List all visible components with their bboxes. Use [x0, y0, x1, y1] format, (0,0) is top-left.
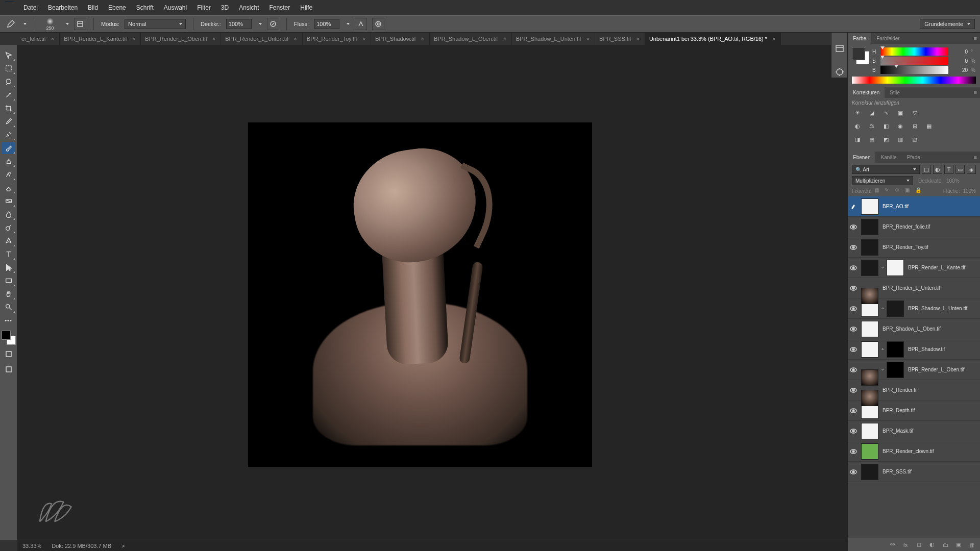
layer-opacity-value[interactable]: 100% — [946, 178, 960, 184]
mask-link-icon[interactable]: ⚬ — [879, 306, 886, 311]
layer-visibility-icon[interactable] — [848, 325, 859, 333]
lock-position-icon[interactable]: ✥ — [895, 187, 902, 194]
layer-thumbnail[interactable] — [861, 369, 878, 386]
menu-bild[interactable]: Bild — [84, 3, 102, 12]
layer-visibility-icon[interactable] — [848, 223, 859, 231]
menu-hilfe[interactable]: Hilfe — [296, 3, 316, 12]
pen-tool[interactable] — [2, 235, 15, 247]
levels-adjustment-icon[interactable]: ◢ — [866, 108, 877, 118]
color-ramp[interactable] — [852, 77, 976, 84]
hand-tool[interactable] — [2, 288, 15, 300]
properties-panel-icon[interactable] — [834, 66, 845, 78]
layer-visibility-icon[interactable] — [848, 346, 859, 353]
bri-value[interactable]: 20 — [951, 67, 968, 73]
layer-name[interactable]: BPR_Shadow_L_Unten.tif — [908, 306, 967, 311]
layer-visibility-icon[interactable] — [848, 428, 859, 435]
rectangle-tool[interactable] — [2, 274, 15, 287]
filter-smart-icon[interactable]: ◈ — [967, 165, 976, 174]
layer-thumbnail[interactable] — [861, 198, 878, 215]
history-panel-icon[interactable] — [834, 43, 845, 54]
layer-thumbnail[interactable] — [861, 288, 878, 304]
layer-item[interactable]: BPR_Mask.tif — [848, 421, 980, 441]
mask-link-icon[interactable]: ⚬ — [879, 367, 886, 372]
tab-swatches[interactable]: Farbfelder — [871, 33, 905, 44]
history-brush-tool[interactable] — [2, 168, 15, 181]
fg-bg-swatches[interactable] — [2, 331, 16, 345]
menu-bearbeiten[interactable]: Bearbeiten — [44, 3, 82, 12]
lock-transparent-icon[interactable]: ▦ — [874, 187, 881, 194]
document-tab[interactable]: BPR_Render_Toy.tif× — [303, 33, 371, 45]
tab-close-icon[interactable]: × — [502, 36, 507, 42]
layer-visibility-icon[interactable] — [848, 264, 859, 271]
mask-link-icon[interactable]: ⚬ — [879, 265, 886, 270]
layer-visibility-icon[interactable] — [848, 468, 859, 475]
document-canvas[interactable] — [248, 122, 592, 467]
opacity-dropdown-icon[interactable] — [259, 23, 262, 25]
path-selection-tool[interactable] — [2, 261, 15, 273]
layer-name[interactable]: BPR_Render.tif — [883, 387, 918, 393]
layer-name[interactable]: BPR_Depth.tif — [883, 408, 915, 413]
layer-thumbnail[interactable] — [861, 321, 878, 337]
tab-color[interactable]: Farbe — [848, 33, 871, 44]
blur-tool[interactable] — [2, 208, 15, 220]
tab-close-icon[interactable]: × — [50, 36, 55, 42]
layer-name[interactable]: BPR_Render_clown.tif — [883, 448, 934, 454]
curves-adjustment-icon[interactable]: ∿ — [880, 108, 892, 118]
adjustments-panel-menu-icon[interactable]: ≡ — [971, 89, 980, 95]
channelmixer-adjustment-icon[interactable]: ⊞ — [909, 121, 920, 131]
document-tab[interactable]: BPR_SSS.tif× — [595, 33, 645, 45]
layer-mask-thumbnail[interactable] — [887, 260, 904, 276]
pressure-size-icon[interactable] — [372, 18, 384, 30]
dodge-tool[interactable] — [2, 221, 15, 234]
canvas-area[interactable] — [17, 45, 847, 540]
zoom-tool[interactable] — [2, 301, 15, 313]
opacity-input[interactable]: 100% — [226, 19, 252, 29]
sat-slider[interactable] — [880, 57, 948, 65]
quickmask-icon[interactable] — [2, 348, 15, 360]
document-tab-active[interactable]: Unbenannt1 bei 33.3% (BPR_AO.tif, RGB/16… — [645, 33, 781, 45]
tool-preset-dropdown-icon[interactable] — [23, 23, 27, 25]
hue-adjustment-icon[interactable]: ◐ — [852, 121, 863, 131]
layer-name[interactable]: BPR_Render_L_Kante.tif — [908, 265, 965, 270]
eraser-tool[interactable] — [2, 182, 15, 194]
layer-name[interactable]: BPR_Mask.tif — [883, 428, 914, 434]
menu-datei[interactable]: Datei — [19, 3, 42, 12]
sat-value[interactable]: 0 — [951, 58, 968, 64]
menu-schrift[interactable]: Schrift — [132, 3, 158, 12]
filter-pixel-icon[interactable]: ▢ — [922, 165, 931, 174]
color-swatches[interactable] — [852, 47, 869, 64]
menu-auswahl[interactable]: Auswahl — [160, 3, 191, 12]
brush-dropdown-icon[interactable] — [66, 23, 69, 25]
layer-name[interactable]: BPR_Render_Toy.tif — [883, 244, 928, 250]
lock-all-icon[interactable]: 🔒 — [915, 187, 922, 194]
blend-mode-select[interactable]: Normal — [125, 19, 186, 29]
new-layer-icon[interactable]: ▣ — [954, 541, 963, 549]
tab-close-icon[interactable]: × — [361, 36, 366, 42]
tab-layers[interactable]: Ebenen — [848, 152, 875, 163]
layer-list[interactable]: BPR_AO.tifBPR_Render_folie.tifBPR_Render… — [848, 196, 980, 538]
tab-close-icon[interactable]: × — [585, 36, 591, 42]
layer-name[interactable]: BPR_Render_folie.tif — [883, 224, 930, 230]
menu-fenster[interactable]: Fenster — [265, 3, 295, 12]
airbrush-icon[interactable] — [355, 18, 367, 30]
layer-mask-thumbnail[interactable] — [887, 300, 904, 317]
layer-item[interactable]: ⚬BPR_Render_L_Oben.tif — [848, 360, 980, 380]
layer-fx-icon[interactable]: fx — [901, 541, 910, 549]
layer-visibility-icon[interactable] — [848, 387, 859, 394]
document-tab[interactable]: BPR_Shadow_L_Unten.tif× — [512, 33, 595, 45]
lasso-tool[interactable] — [2, 76, 15, 88]
layer-thumbnail[interactable] — [861, 443, 878, 460]
fill-value[interactable]: 100% — [963, 188, 976, 194]
layer-name[interactable]: BPR_Shadow_L_Oben.tif — [883, 326, 941, 332]
document-tab[interactable]: BPR_Shadow.tif× — [371, 33, 430, 45]
layer-filter-select[interactable]: 🔍 Art — [852, 165, 920, 174]
colormap-adjustment-icon[interactable]: ▦ — [923, 121, 935, 131]
tab-styles[interactable]: Stile — [885, 87, 904, 98]
layer-name[interactable]: BPR_AO.tif — [883, 204, 909, 209]
vibrance-adjustment-icon[interactable]: ▽ — [909, 108, 920, 118]
document-tab[interactable]: er_folie.tif× — [17, 33, 60, 45]
tab-close-icon[interactable]: × — [420, 36, 425, 42]
new-adjustment-icon[interactable]: ◐ — [928, 541, 936, 549]
layer-thumbnail[interactable] — [861, 219, 878, 235]
active-tool-icon[interactable] — [5, 18, 16, 30]
